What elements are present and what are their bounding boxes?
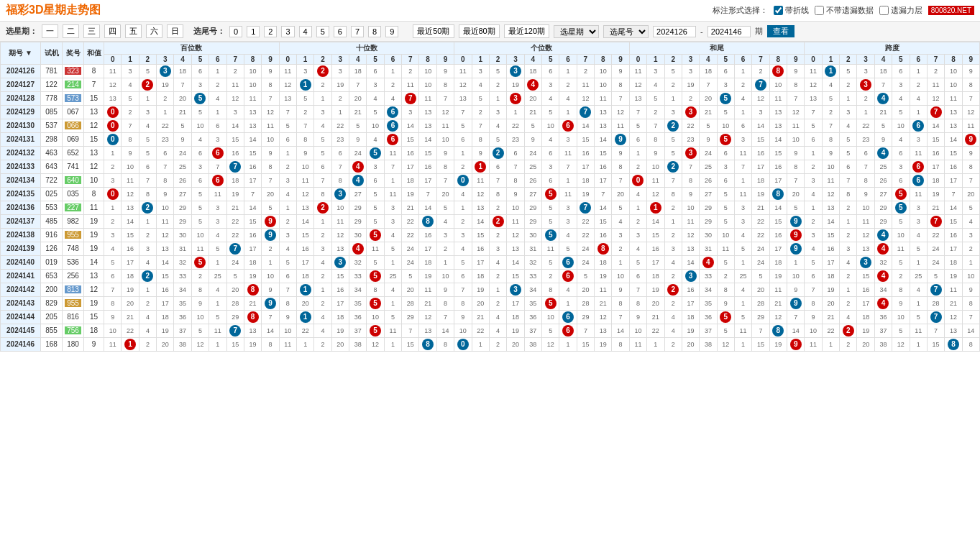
tens-digit-6: 11 [384, 324, 401, 338]
sum-tail-digit-2: 3 [664, 106, 682, 119]
tail-4[interactable]: 4 [299, 26, 312, 37]
hundreds-digit-4: 35 [174, 297, 191, 311]
tens-digit-0: 3 [279, 174, 296, 188]
no-miss-option[interactable]: 不带遗漏数据 [815, 5, 874, 16]
ones-digit-1: 8 [472, 133, 489, 147]
no-miss-checkbox[interactable] [815, 6, 824, 15]
ones-digit-2: 8 [489, 188, 506, 201]
recent-120[interactable]: 最近120期 [504, 24, 549, 38]
tens-digit-4: 37 [349, 324, 367, 338]
hundreds-digit-6: 4 [209, 229, 226, 242]
span-digit-1: 2 [822, 106, 839, 119]
tail-3[interactable]: 3 [281, 26, 294, 37]
hundreds-digit-5: 5 [191, 201, 209, 215]
table-row: 2024130537066120742251061413115742251061… [1, 119, 980, 133]
span-digit-6: 11 [910, 147, 927, 160]
ones-digit-4: 25 [524, 160, 541, 174]
sum-tail-digit-3: 16 [682, 283, 699, 297]
site-badge: 800820.NET [928, 6, 974, 15]
tail-6[interactable]: 6 [334, 26, 347, 37]
period-to-input[interactable] [707, 26, 751, 37]
sum-cell: 8 [84, 188, 104, 201]
digit-header-0-0: 0 [104, 55, 122, 65]
ones-digit-0: 9 [454, 311, 472, 324]
hundreds-digit-3: 12 [157, 229, 174, 242]
tens-digit-0: 8 [279, 297, 296, 311]
hundreds-digit-6: 11 [209, 188, 226, 201]
span-digit-8: 15 [945, 147, 962, 160]
ones-digit-4: 20 [524, 92, 541, 106]
span-digit-3: 3 [857, 65, 874, 78]
ones-digit-5: 3 [541, 160, 559, 174]
tens-digit-0: 5 [279, 119, 296, 133]
tail-1[interactable]: 1 [247, 26, 260, 37]
weekday-mon[interactable]: 一 [42, 24, 58, 38]
period-cell: 2024128 [1, 92, 41, 106]
trial-cell: 200 [41, 283, 63, 297]
tens-digit-4: 38 [349, 338, 367, 352]
trial-cell: 463 [41, 147, 63, 160]
hundreds-digit-7: 14 [226, 119, 244, 133]
recent-80[interactable]: 最近80期 [459, 24, 500, 38]
sum-tail-digit-8: 11 [769, 283, 787, 297]
tens-digit-5: 6 [367, 174, 384, 188]
miss-layer-checkbox[interactable] [879, 6, 889, 15]
sum-tail-digit-1: 21 [647, 311, 664, 324]
sum-tail-digit-6: 4 [734, 92, 751, 106]
trial-cell: 643 [41, 160, 63, 174]
tail-select[interactable]: 选尾号0123456789 [603, 25, 649, 38]
tail-8[interactable]: 8 [368, 26, 381, 37]
hundreds-digit-0: 12 [104, 78, 122, 92]
hundreds-digit-2: 2 [139, 229, 156, 242]
tail-2[interactable]: 2 [264, 26, 277, 37]
weekday-tue[interactable]: 二 [63, 24, 79, 38]
digit-header-1-4: 4 [349, 55, 367, 65]
weekday-sat[interactable]: 六 [146, 24, 162, 38]
weekday-wed[interactable]: 三 [83, 24, 100, 38]
span-digit-5: 10 [892, 229, 910, 242]
award-cell: 227 [63, 201, 84, 215]
weekday-sun[interactable]: 日 [167, 24, 183, 38]
tail-9[interactable]: 9 [385, 26, 398, 37]
tail-5[interactable]: 5 [316, 26, 329, 37]
sum-tail-digit-5: 10 [717, 119, 734, 133]
hundreds-digit-0: 0 [104, 188, 122, 201]
digit-header-1-1: 1 [296, 55, 313, 65]
ones-digit-1: 13 [472, 201, 489, 215]
recent-50[interactable]: 最近50期 [413, 24, 454, 38]
query-button[interactable]: 查看 [767, 25, 794, 37]
fold-line-checkbox[interactable] [774, 6, 783, 15]
period-from-input[interactable] [653, 26, 696, 37]
weekday-select[interactable]: 选星期一二三四五六日 [554, 25, 599, 38]
miss-layer-option[interactable]: 遗漏力层 [879, 5, 922, 16]
sum-tail-digit-7: 22 [752, 229, 769, 242]
sum-tail-digit-0: 6 [629, 270, 646, 283]
tens-digit-9: 1 [436, 256, 454, 270]
tens-digit-1: 22 [296, 324, 313, 338]
tens-digit-6: 5 [384, 311, 401, 324]
period-cell: 2024144 [1, 311, 41, 324]
sum-tail-digit-2: 2 [664, 283, 682, 297]
hundreds-digit-4: 31 [174, 242, 191, 256]
ones-digit-1: 15 [472, 229, 489, 242]
span-digit-2: 2 [840, 229, 857, 242]
tail-0[interactable]: 0 [229, 26, 242, 37]
fold-line-option[interactable]: 带折线 [774, 5, 809, 16]
span-digit-5: 5 [892, 188, 910, 201]
sum-tail-digit-2: 2 [664, 297, 682, 311]
hundreds-digit-6: 1 [209, 106, 226, 119]
hundreds-digit-3: 14 [157, 256, 174, 270]
ones-digit-2: 2 [489, 297, 506, 311]
span-digit-1: 9 [822, 147, 839, 160]
span-digit-0: 9 [805, 311, 822, 324]
tail-7[interactable]: 7 [351, 26, 364, 37]
sum-tail-digit-3: 10 [682, 201, 699, 215]
hundreds-digit-3: 3 [157, 65, 174, 78]
weekday-filter-label: 选星期： [6, 26, 37, 37]
weekday-thu[interactable]: 四 [104, 24, 121, 38]
hundreds-digit-0: 0 [104, 133, 122, 147]
th-period: 期号 ▼ [1, 42, 41, 65]
weekday-fri[interactable]: 五 [125, 24, 142, 38]
span-digit-8: 8 [945, 338, 962, 352]
ones-digit-4: 29 [524, 215, 541, 229]
